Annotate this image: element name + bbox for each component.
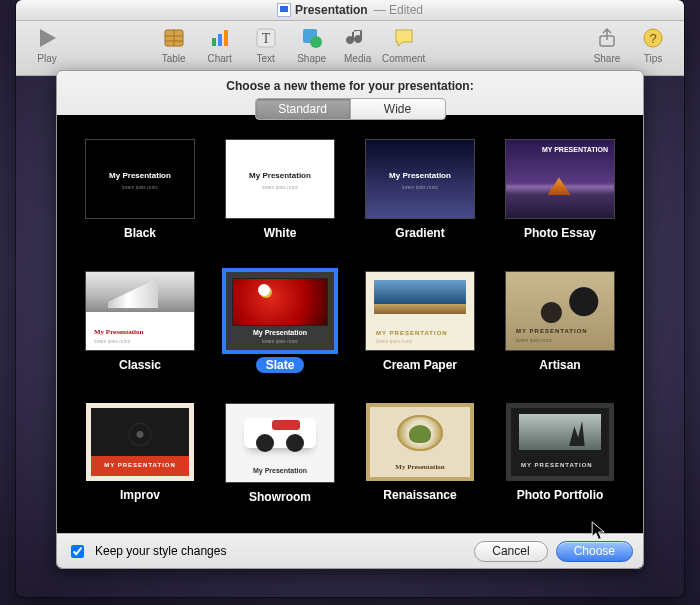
theme-gradient[interactable]: My Presentation lorem ipsis nunc Gradien… xyxy=(359,139,481,259)
play-icon xyxy=(33,25,61,51)
segment-wide[interactable]: Wide xyxy=(350,99,445,119)
segment-standard[interactable]: Standard xyxy=(256,99,350,119)
cancel-button[interactable]: Cancel xyxy=(474,541,547,562)
theme-thumb: MY PRESENTATION xyxy=(506,403,614,481)
theme-label: Cream Paper xyxy=(373,357,467,373)
keep-style-label: Keep your style changes xyxy=(95,544,226,558)
text-icon: T xyxy=(252,25,280,51)
theme-label: Black xyxy=(114,225,166,241)
theme-cream-paper[interactable]: MY PRESENTATION lorem ipsis nunc Cream P… xyxy=(359,271,481,391)
play-button[interactable]: Play xyxy=(26,25,68,64)
theme-black[interactable]: My Presentation lorem ipsis nunc Black xyxy=(79,139,201,259)
table-icon xyxy=(160,25,188,51)
theme-classic[interactable]: My Presentation lorem ipsis nunc Classic xyxy=(79,271,201,391)
svg-point-10 xyxy=(310,36,322,48)
theme-grid: My Presentation lorem ipsis nunc Black M… xyxy=(57,123,643,533)
theme-label: Slate xyxy=(256,357,305,373)
theme-label: Classic xyxy=(109,357,171,373)
aspect-segmented-control[interactable]: Standard Wide xyxy=(255,98,446,120)
shape-icon xyxy=(298,25,326,51)
theme-thumb: MY PRESENTATION xyxy=(505,139,615,219)
document-title: Presentation xyxy=(295,3,368,17)
theme-thumb: MY PRESENTATION xyxy=(86,403,194,481)
share-icon xyxy=(593,25,621,51)
titlebar: Presentation — Edited xyxy=(16,0,684,21)
theme-photo-essay[interactable]: MY PRESENTATION Photo Essay xyxy=(499,139,621,259)
svg-text:?: ? xyxy=(649,31,656,46)
theme-improv[interactable]: MY PRESENTATION Improv xyxy=(79,403,201,523)
theme-thumb: My Presentation lorem ipsis nunc xyxy=(85,271,195,351)
sheet-footer: Keep your style changes Cancel Choose xyxy=(57,533,643,568)
tips-icon: ? xyxy=(639,25,667,51)
theme-label: Artisan xyxy=(529,357,590,373)
document-status: — Edited xyxy=(374,3,423,17)
theme-label: Photo Portfolio xyxy=(507,487,614,503)
theme-thumb: MY PRESENTATION lorem ipsis nunc xyxy=(505,271,615,351)
chart-button[interactable]: Chart xyxy=(199,25,241,64)
theme-renaissance[interactable]: My Presentation Renaissance xyxy=(359,403,481,523)
theme-thumb: My Presentation xyxy=(366,403,474,481)
sheet-heading: Choose a new theme for your presentation… xyxy=(57,79,643,93)
shape-button[interactable]: Shape xyxy=(291,25,333,64)
keep-style-checkbox[interactable] xyxy=(71,545,84,558)
tips-button[interactable]: ? Tips xyxy=(632,25,674,64)
theme-slate[interactable]: My Presentation lorem ipsis nunc Slate xyxy=(219,271,341,391)
chart-icon xyxy=(206,25,234,51)
comment-icon xyxy=(390,25,418,51)
document-icon xyxy=(277,3,291,17)
comment-button[interactable]: Comment xyxy=(383,25,425,64)
theme-thumb: My Presentation lorem ipsis nunc xyxy=(225,139,335,219)
choose-button[interactable]: Choose xyxy=(556,541,633,562)
theme-label: Improv xyxy=(110,487,170,503)
theme-white[interactable]: My Presentation lorem ipsis nunc White xyxy=(219,139,341,259)
theme-label: Showroom xyxy=(239,489,321,505)
svg-rect-4 xyxy=(212,38,216,46)
theme-artisan[interactable]: MY PRESENTATION lorem ipsis nunc Artisan xyxy=(499,271,621,391)
theme-label: White xyxy=(254,225,307,241)
theme-thumb: My Presentation xyxy=(225,403,335,483)
svg-rect-5 xyxy=(218,34,222,46)
table-button[interactable]: Table xyxy=(153,25,195,64)
theme-thumb: MY PRESENTATION lorem ipsis nunc xyxy=(365,271,475,351)
theme-photo-portfolio[interactable]: MY PRESENTATION Photo Portfolio xyxy=(499,403,621,523)
toolbar: Play Table Chart T Text xyxy=(16,21,684,76)
svg-text:T: T xyxy=(261,31,270,46)
theme-thumb: My Presentation lorem ipsis nunc xyxy=(365,139,475,219)
theme-label: Photo Essay xyxy=(514,225,606,241)
media-button[interactable]: Media xyxy=(337,25,379,64)
svg-rect-6 xyxy=(224,30,228,46)
media-icon xyxy=(344,25,372,51)
theme-showroom[interactable]: My Presentation Showroom xyxy=(219,403,341,523)
share-button[interactable]: Share xyxy=(586,25,628,64)
theme-chooser-sheet: Choose a new theme for your presentation… xyxy=(56,70,644,569)
theme-thumb: My Presentation lorem ipsis nunc xyxy=(225,271,335,351)
theme-label: Gradient xyxy=(385,225,454,241)
theme-thumb: My Presentation lorem ipsis nunc xyxy=(85,139,195,219)
theme-label: Renaissance xyxy=(373,487,466,503)
text-button[interactable]: T Text xyxy=(245,25,287,64)
